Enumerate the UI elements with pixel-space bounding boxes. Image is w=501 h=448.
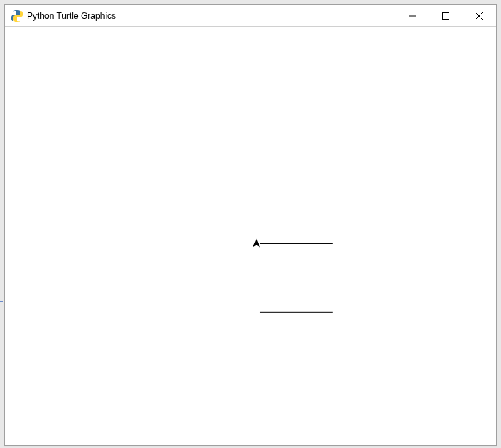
background-artifact — [0, 296, 3, 302]
turtle-cursor — [253, 238, 260, 247]
window-title: Python Turtle Graphics — [27, 5, 116, 27]
turtle-canvas — [5, 28, 496, 445]
minimize-icon — [409, 12, 416, 20]
window-controls — [395, 5, 496, 27]
maximize-button[interactable] — [429, 5, 462, 27]
app-icon — [11, 10, 23, 22]
svg-point-1 — [18, 19, 20, 20]
app-window: Python Turtle Graphics — [4, 4, 497, 446]
canvas-svg — [5, 28, 496, 445]
svg-point-0 — [14, 11, 15, 12]
svg-marker-6 — [253, 238, 260, 247]
titlebar[interactable]: Python Turtle Graphics — [5, 5, 496, 27]
close-icon — [476, 12, 483, 20]
maximize-icon — [442, 12, 449, 20]
minimize-button[interactable] — [395, 5, 429, 27]
close-button[interactable] — [462, 5, 496, 27]
svg-rect-3 — [443, 13, 449, 20]
